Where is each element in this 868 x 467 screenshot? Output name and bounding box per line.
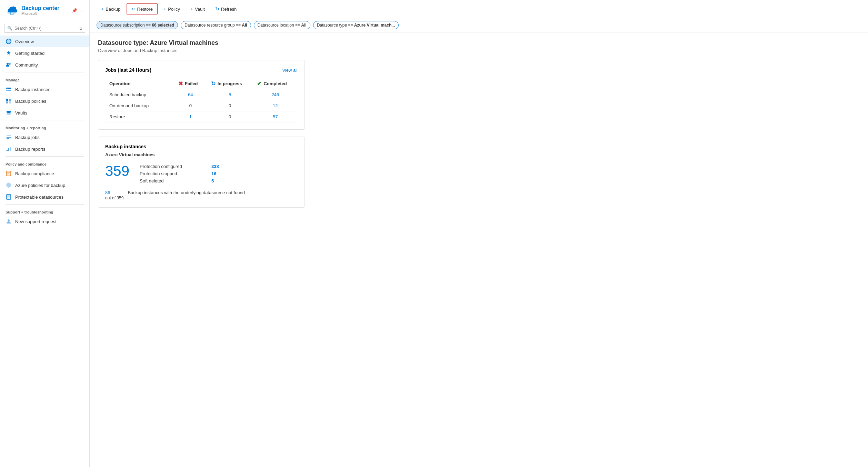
col-header-in-progress: ↻ In progress [207,78,253,89]
sidebar-item-new-support[interactable]: New support request [0,216,89,227]
vault-plus-icon: + [190,6,193,12]
failed-zero: 0 [189,103,192,108]
list-item: Soft deleted 5 [140,177,298,185]
vaults-icon [6,110,12,116]
sidebar-item-backup-jobs[interactable]: Backup jobs [0,131,89,143]
progress-cell: 8 [207,89,253,100]
instances-details: Protection configured 338 Protection sto… [140,163,298,185]
backup-policies-icon [6,98,12,104]
sidebar-item-overview[interactable]: Overview [0,36,89,47]
list-item: Protection stopped 16 [140,170,298,177]
filter-type-label: Datasource type == Azure Virtual mach... [317,23,395,28]
sidebar-nav: Overview Getting started Community Manag… [0,36,89,467]
policy-button[interactable]: + Policy [159,4,184,14]
restore-icon: ↩ [131,6,136,12]
content-area: Datasource type: Azure Virtual machines … [90,32,868,467]
completed-count-link[interactable]: 57 [273,114,278,119]
jobs-table: Operation ✖ Failed ↻ In progress [105,78,298,122]
divider-manage [6,72,84,72]
filter-type[interactable]: Datasource type == Azure Virtual mach... [313,21,399,29]
sidebar-item-backup-reports[interactable]: Backup reports [0,143,89,155]
soft-deleted-label: Soft deleted [140,178,209,183]
sidebar-header: Backup center Microsoft 📌 ··· [0,0,89,21]
sidebar-item-label: New support request [15,219,57,224]
svg-point-2 [7,63,9,65]
backup-jobs-icon [6,134,12,140]
azure-policies-icon [6,182,12,188]
filter-subscription[interactable]: Datasource subscription == 66 selected [97,21,178,29]
failed-count-link[interactable]: 1 [189,114,192,119]
sidebar-item-label: Protectable datasources [15,195,63,200]
completed-status-icon: ✔ [257,80,261,87]
sidebar-item-getting-started[interactable]: Getting started [0,47,89,59]
failed-cell: 64 [174,89,207,100]
collapse-icon[interactable]: « [79,26,82,31]
protection-configured-value[interactable]: 338 [211,164,219,169]
svg-rect-9 [9,99,11,101]
filter-location[interactable]: Datasource location == All [254,21,310,29]
list-item: Protection configured 338 [140,163,298,170]
operation-cell: Scheduled backup [105,89,174,100]
community-icon [6,62,12,68]
sidebar-item-label: Overview [15,39,34,44]
header-actions[interactable]: 📌 ··· [72,8,84,13]
progress-zero: 0 [229,103,231,108]
search-icon: 🔍 [7,26,12,31]
backup-button[interactable]: + Backup [97,4,125,14]
svg-rect-11 [9,101,11,103]
restore-button[interactable]: ↩ Restore [127,3,158,14]
col-header-failed: ✖ Failed [174,78,207,89]
footer-label: Backup instances with the underlying dat… [128,190,245,200]
section-support: Support + troubleshooting [0,206,89,216]
sidebar-item-backup-policies[interactable]: Backup policies [0,95,89,107]
backup-reports-icon [6,146,12,152]
getting-started-icon [6,50,12,56]
section-monitoring: Monitoring + reporting [0,122,89,131]
divider-policy [6,156,84,157]
svg-rect-15 [7,150,8,151]
sidebar-item-vaults[interactable]: Vaults [0,107,89,119]
toolbar: + Backup ↩ Restore + Policy + Vault ↻ Re… [90,0,868,18]
failed-count-link[interactable]: 64 [188,92,193,97]
sidebar-item-backup-instances[interactable]: Backup instances [0,83,89,95]
progress-cell: 0 [207,111,253,122]
footer-count[interactable]: 86 [105,190,110,195]
soft-deleted-value[interactable]: 5 [211,178,214,183]
sidebar-item-azure-policies[interactable]: Azure policies for backup [0,179,89,191]
more-icon[interactable]: ··· [80,8,84,13]
svg-rect-18 [7,171,11,176]
in-progress-status-icon: ↻ [211,80,216,87]
footer-count-group: 86 out of 359 [105,190,123,200]
jobs-card-header: Jobs (last 24 Hours) View all [105,67,298,73]
filter-resource-group[interactable]: Datasource resource group == All [181,21,251,29]
failed-cell: 1 [174,111,207,122]
backup-instances-icon [6,86,12,92]
sidebar-item-protectable[interactable]: Protectable datasources [0,191,89,203]
search-container[interactable]: 🔍 « [4,24,85,33]
backup-instances-subtitle: Azure Virtual machines [105,152,298,157]
backup-compliance-icon [6,170,12,177]
overview-icon [6,38,12,44]
completed-count-link[interactable]: 246 [271,92,279,97]
refresh-button[interactable]: ↻ Refresh [211,4,241,14]
vault-button[interactable]: + Vault [186,4,209,14]
completed-count-link[interactable]: 12 [273,103,278,108]
protection-stopped-value[interactable]: 16 [211,171,216,176]
sidebar-item-label: Community [15,62,38,68]
svg-rect-10 [6,101,8,103]
section-manage: Manage [0,74,89,83]
failed-cell: 0 [174,100,207,111]
sidebar-item-community[interactable]: Community [0,59,89,71]
app-subtitle: Microsoft [21,11,59,16]
sidebar-item-backup-compliance[interactable]: Backup compliance [0,168,89,179]
sidebar-item-label: Getting started [15,51,44,56]
table-row: Restore 1 0 57 [105,111,298,122]
pin-icon[interactable]: 📌 [72,8,77,13]
view-all-link[interactable]: View all [282,68,298,73]
progress-count-link[interactable]: 8 [229,92,231,97]
protectable-icon [6,194,12,200]
search-input[interactable] [14,26,77,31]
protection-configured-label: Protection configured [140,164,209,169]
protection-stopped-label: Protection stopped [140,171,209,176]
divider-support [6,204,84,205]
